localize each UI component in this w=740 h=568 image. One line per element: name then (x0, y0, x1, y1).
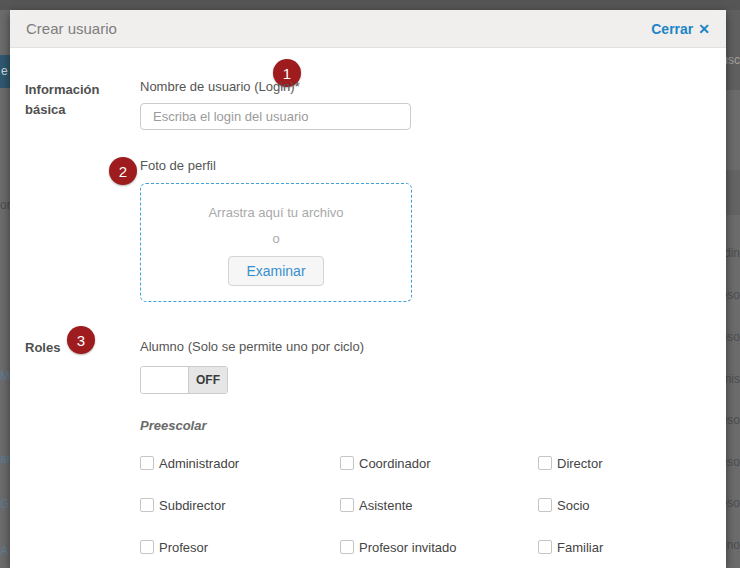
checkbox-icon[interactable] (538, 456, 552, 470)
close-button[interactable]: Cerrar ✕ (651, 21, 710, 37)
checkbox-label: Coordinador (359, 456, 431, 471)
roles-checkbox-grid: Administrador Coordinador Director Subdi… (140, 455, 698, 555)
checkbox-label: Profesor invitado (359, 540, 457, 555)
checkbox-label: Subdirector (159, 498, 225, 513)
checkbox-label: Director (557, 456, 603, 471)
checkbox-icon[interactable] (340, 498, 354, 512)
checkbox-socio[interactable]: Socio (538, 497, 698, 513)
section-label-roles: Roles (25, 338, 127, 358)
checkbox-profesor[interactable]: Profesor (140, 539, 340, 555)
close-icon: ✕ (698, 21, 710, 37)
checkbox-administrador[interactable]: Administrador (140, 455, 340, 471)
background-text-fragment: A (0, 544, 8, 558)
checkbox-label: Administrador (159, 456, 239, 471)
checkbox-icon[interactable] (340, 540, 354, 554)
alumno-label: Alumno (Solo se permite uno por ciclo) (140, 339, 364, 354)
create-user-modal: Crear usuario Cerrar ✕ Información básic… (10, 10, 726, 568)
background-text-fragment: e (1, 64, 8, 78)
checkbox-coordinador[interactable]: Coordinador (340, 455, 538, 471)
username-label: Nombre de usuario (Login)* (140, 79, 300, 94)
checkbox-label: Asistente (359, 498, 412, 513)
alumno-toggle[interactable]: OFF (140, 366, 228, 394)
checkbox-icon[interactable] (140, 540, 154, 554)
checkbox-profesor-invitado[interactable]: Profesor invitado (340, 539, 538, 555)
dropzone-or-text: o (272, 231, 279, 246)
checkbox-icon[interactable] (140, 498, 154, 512)
background-right-header (726, 10, 740, 90)
username-input[interactable] (140, 103, 411, 130)
checkbox-label: Socio (557, 498, 590, 513)
background-text-fragment: G (0, 497, 9, 511)
modal-title: Crear usuario (26, 20, 117, 37)
background-selected-row: e (0, 55, 10, 88)
group-title-preescolar: Preescolar (140, 418, 207, 433)
background-right-row (726, 170, 740, 215)
close-button-label: Cerrar (651, 21, 693, 37)
toggle-state-label: OFF (189, 367, 227, 393)
checkbox-label: Profesor (159, 540, 208, 555)
toggle-knob (141, 367, 189, 393)
dropzone-text: Arrastra aquí tu archivo (208, 205, 343, 220)
checkbox-icon[interactable] (340, 456, 354, 470)
checkbox-asistente[interactable]: Asistente (340, 497, 538, 513)
checkbox-icon[interactable] (538, 540, 552, 554)
checkbox-icon[interactable] (538, 498, 552, 512)
checkbox-director[interactable]: Director (538, 455, 698, 471)
checkbox-icon[interactable] (140, 456, 154, 470)
checkbox-familiar[interactable]: Familiar (538, 539, 698, 555)
photo-dropzone[interactable]: Arrastra aquí tu archivo o Examinar (140, 183, 412, 302)
modal-header: Crear usuario Cerrar ✕ (10, 10, 726, 48)
profile-photo-label: Foto de perfil (140, 158, 216, 173)
background-topbar (0, 0, 740, 10)
section-label-basic-info: Información básica (25, 80, 127, 120)
hint-badge-2: 2 (109, 157, 137, 185)
modal-body: Información básica 1 Nombre de usuario (… (10, 48, 726, 568)
checkbox-subdirector[interactable]: Subdirector (140, 497, 340, 513)
checkbox-label: Familiar (557, 540, 603, 555)
browse-button[interactable]: Examinar (228, 256, 323, 286)
